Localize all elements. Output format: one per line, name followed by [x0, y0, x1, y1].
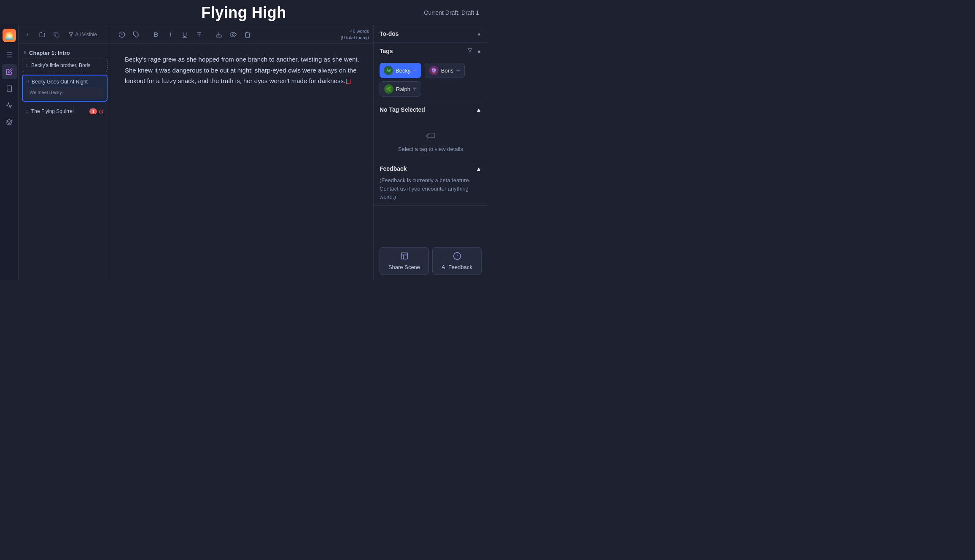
sidebar-item-menu[interactable]: ☰: [2, 47, 17, 62]
no-tag-icon: 🏷: [426, 130, 436, 142]
share-scene-button[interactable]: Share Scene: [380, 247, 429, 275]
ai-feedback-icon: [453, 252, 461, 262]
tag-minus-icon[interactable]: −: [413, 67, 417, 74]
tags-container: 🐿 Becky − 🔮 Boris + 🌿 Ralph +: [374, 59, 488, 102]
strikethrough-button[interactable]: T: [193, 28, 205, 41]
tags-label: Tags: [380, 48, 393, 54]
tags-header[interactable]: Tags ▲: [374, 43, 488, 59]
tag-avatar-becky: 🐿: [384, 66, 393, 75]
folder-icon: [39, 32, 45, 38]
preview-button[interactable]: [227, 28, 240, 41]
draft-label: Current Draft: Draft 1: [424, 9, 479, 16]
drag-handle-boris: ⠿: [26, 63, 29, 68]
underline-button[interactable]: U: [178, 28, 191, 41]
download-icon: [215, 31, 222, 38]
tags-filter-icon[interactable]: [467, 48, 472, 54]
layers-icon: [6, 119, 13, 126]
eye-icon: [230, 31, 237, 38]
scene-panel: + All Visible ⠿ Chapte: [19, 25, 111, 280]
sidebar: 🌅 ☰: [0, 25, 19, 280]
no-tag-content: 🏷 Select a tag to view details: [380, 121, 482, 156]
tags-section: Tags ▲ 🐿 Becky −: [374, 43, 488, 102]
chapter-header: ⠿ Chapter 1: Intro: [22, 47, 108, 59]
editor-toolbar: B I U T 46 words (0 tot: [111, 25, 373, 44]
feedback-label: Feedback: [380, 165, 407, 172]
tag-avatar-ralph: 🌿: [384, 84, 393, 94]
chapter-title: Chapter 1: Intro: [29, 50, 70, 56]
tag-chip-becky[interactable]: 🐿 Becky −: [380, 63, 421, 78]
no-tag-section: No Tag Selected ▲ 🏷 Select a tag to view…: [374, 102, 488, 161]
word-count-value: 46 words: [341, 28, 369, 34]
ai-feedback-label: AI Feedback: [442, 264, 472, 270]
copy-scene-button[interactable]: [51, 29, 62, 40]
word-count-today: (0 total today): [341, 35, 369, 40]
scene-item-becky-night[interactable]: ⠿ Becky Goes Out At Night We meet Becky.: [22, 75, 108, 102]
copy-icon: [54, 32, 59, 38]
tag-button[interactable]: [130, 28, 143, 41]
scene-title-flying-squirrel: The Flying Squirrel: [31, 108, 74, 114]
no-tag-label: No Tag Selected: [380, 106, 425, 113]
download-button[interactable]: [213, 28, 225, 41]
drag-handle: ⠿: [24, 51, 27, 55]
sidebar-item-book[interactable]: [2, 81, 17, 96]
top-header: Flying High Current Draft: Draft 1: [0, 0, 488, 25]
feedback-text: (Feedback is currently a beta feature. C…: [380, 176, 482, 201]
check-button[interactable]: [116, 28, 128, 41]
todos-section: To-dos ▲: [374, 25, 488, 43]
sidebar-item-layers[interactable]: [2, 115, 17, 130]
no-tag-chevron-icon: ▲: [476, 106, 482, 113]
feedback-chevron-icon: ▲: [476, 165, 482, 172]
tag-plus-icon-ralph[interactable]: +: [413, 86, 417, 92]
scene-synopsis-becky: We meet Becky.: [26, 87, 103, 97]
tags-chevron-icon: ▲: [477, 48, 482, 54]
add-folder-button[interactable]: [36, 29, 48, 40]
no-tag-text: Select a tag to view details: [398, 146, 463, 152]
tag-plus-icon-boris[interactable]: +: [456, 67, 460, 74]
todos-header[interactable]: To-dos ▲: [374, 25, 488, 42]
scene-item-boris[interactable]: ⠿ Becky's little brother, Boris: [22, 59, 108, 72]
filter-icon: [68, 32, 73, 37]
tag-label-boris: Boris: [441, 67, 454, 74]
app-logo: 🌅: [3, 29, 16, 42]
scene-item-header-becky: ⠿ Becky Goes Out At Night: [26, 79, 103, 85]
tag-icon: [133, 31, 140, 38]
svg-point-6: [232, 34, 234, 35]
filter-button[interactable]: All Visible: [65, 30, 100, 39]
book-icon: [6, 85, 13, 92]
tag-chip-boris[interactable]: 🔮 Boris +: [425, 63, 465, 78]
drag-handle-squirrel: ⠿: [26, 109, 29, 114]
svg-marker-2: [69, 32, 73, 36]
cursor-marker: [346, 79, 350, 84]
italic-button[interactable]: I: [164, 28, 177, 41]
ai-feedback-button[interactable]: AI Feedback: [432, 247, 482, 275]
todos-chevron-icon: ▲: [477, 31, 482, 37]
sidebar-item-analytics[interactable]: [2, 98, 17, 113]
scene-item-flying-squirrel[interactable]: ⠿ The Flying Squirrel 1 ⊙: [22, 104, 108, 118]
editor-content[interactable]: Becky's rage grew as she hopped from one…: [111, 44, 373, 280]
scene-badge: 1 ⊙: [89, 108, 104, 115]
svg-rect-1: [56, 34, 59, 37]
sidebar-item-pen[interactable]: [2, 64, 17, 79]
check-icon: [119, 31, 125, 38]
scene-list: ⠿ Chapter 1: Intro ⠿ Becky's little brot…: [19, 44, 111, 280]
no-tag-header[interactable]: No Tag Selected ▲: [380, 106, 482, 113]
app-title: Flying High: [201, 4, 286, 22]
share-scene-label: Share Scene: [388, 264, 420, 270]
tag-chip-ralph[interactable]: 🌿 Ralph +: [380, 81, 421, 97]
add-scene-button[interactable]: +: [22, 29, 34, 40]
scene-item-header: ⠿ Becky's little brother, Boris: [26, 62, 104, 68]
feedback-header[interactable]: Feedback ▲: [380, 165, 482, 172]
bold-button[interactable]: B: [150, 28, 162, 41]
tag-label-becky: Becky: [396, 67, 410, 74]
filter-label: All Visible: [75, 32, 97, 38]
editor-text: Becky's rage grew as she hopped from one…: [125, 56, 359, 84]
share-scene-icon: [400, 252, 409, 262]
badge-count: 1: [89, 108, 97, 114]
chart-icon: [6, 102, 13, 109]
trash-icon: [244, 31, 251, 38]
scene-toolbar: + All Visible: [19, 25, 111, 44]
svg-rect-8: [401, 253, 407, 259]
main-layout: 🌅 ☰ +: [0, 25, 488, 280]
delete-button[interactable]: [241, 28, 254, 41]
badge-check-icon: ⊙: [99, 108, 104, 115]
